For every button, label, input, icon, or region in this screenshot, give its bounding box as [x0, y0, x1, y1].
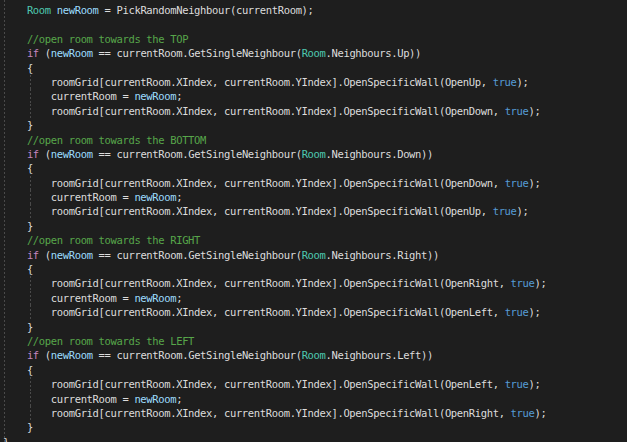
code-editor[interactable]: Room newRoom = PickRandomNeighbour(curre… [0, 0, 627, 442]
code-token: } [3, 220, 33, 232]
code-token: ); [529, 105, 541, 117]
code-token: ( [39, 148, 51, 160]
code-line: //open room towards the RIGHT [3, 233, 627, 247]
code-token: } [3, 436, 9, 442]
code-line: roomGrid[currentRoom.XIndex, currentRoom… [3, 176, 627, 190]
code-token [3, 134, 27, 146]
code-token: ); [534, 407, 546, 419]
code-token [3, 47, 27, 59]
code-token: newRoom [134, 393, 176, 405]
code-line: { [3, 262, 627, 276]
code-token: Room [302, 249, 326, 261]
code-token: roomGrid[currentRoom.XIndex, currentRoom… [3, 177, 505, 189]
code-token: ); [517, 205, 529, 217]
code-token: true [511, 277, 535, 289]
code-line: //open room towards the LEFT [3, 334, 627, 348]
code-token: roomGrid[currentRoom.XIndex, currentRoom… [3, 306, 505, 318]
code-token: newRoom [51, 249, 93, 261]
code-token: { [3, 62, 33, 74]
code-token: ( [39, 249, 51, 261]
code-token [3, 33, 27, 45]
code-token: currentRoom = [3, 191, 134, 203]
code-token: newRoom [134, 292, 176, 304]
code-token: roomGrid[currentRoom.XIndex, currentRoom… [3, 105, 505, 117]
code-line: currentRoom = newRoom; [3, 190, 627, 204]
code-line: //open room towards the TOP [3, 32, 627, 46]
code-token: true [505, 306, 529, 318]
code-token: true [511, 407, 535, 419]
code-token: //open room towards the BOTTOM [27, 134, 206, 146]
code-token: //open room towards the RIGHT [27, 234, 200, 246]
code-token: roomGrid[currentRoom.XIndex, currentRoom… [3, 378, 505, 390]
code-token: } [3, 119, 33, 131]
code-token [3, 335, 27, 347]
code-token: } [3, 321, 33, 333]
code-token [3, 249, 27, 261]
code-token: currentRoom = [3, 393, 134, 405]
code-token: currentRoom = [3, 292, 134, 304]
code-token: .Neighbours.Down)) [326, 148, 434, 160]
code-line [3, 17, 627, 31]
code-token: ( [39, 47, 51, 59]
code-line: roomGrid[currentRoom.XIndex, currentRoom… [3, 75, 627, 89]
code-token: .Neighbours.Up)) [326, 47, 422, 59]
code-token: ); [529, 177, 541, 189]
code-line: roomGrid[currentRoom.XIndex, currentRoom… [3, 406, 627, 420]
code-token: == currentRoom.GetSingleNeighbour( [93, 148, 302, 160]
code-line: currentRoom = newRoom; [3, 89, 627, 103]
code-line: if (newRoom == currentRoom.GetSingleNeig… [3, 348, 627, 362]
code-token: newRoom [134, 90, 176, 102]
code-token: Room [302, 148, 326, 160]
code-line: } [3, 118, 627, 132]
code-token: newRoom [51, 148, 93, 160]
code-token: true [493, 205, 517, 217]
code-token: ); [517, 76, 529, 88]
code-token: ); [534, 277, 546, 289]
code-line: currentRoom = newRoom; [3, 392, 627, 406]
code-token: newRoom [57, 4, 99, 16]
code-token: newRoom [51, 349, 93, 361]
code-token: true [505, 105, 529, 117]
code-token: ; [176, 191, 182, 203]
code-token: true [493, 76, 517, 88]
code-token: == currentRoom.GetSingleNeighbour( [93, 249, 302, 261]
code-token: if [27, 249, 39, 261]
code-line: { [3, 161, 627, 175]
code-line: roomGrid[currentRoom.XIndex, currentRoom… [3, 276, 627, 290]
code-token: == currentRoom.GetSingleNeighbour( [93, 349, 302, 361]
code-token [3, 349, 27, 361]
code-line: } [3, 219, 627, 233]
code-token: newRoom [134, 191, 176, 203]
code-token: .Neighbours.Left)) [326, 349, 434, 361]
code-line: roomGrid[currentRoom.XIndex, currentRoom… [3, 377, 627, 391]
code-token: if [27, 349, 39, 361]
code-token: true [505, 177, 529, 189]
code-line: if (newRoom == currentRoom.GetSingleNeig… [3, 46, 627, 60]
code-line: } [3, 420, 627, 434]
code-token: roomGrid[currentRoom.XIndex, currentRoom… [3, 407, 511, 419]
code-token: .Neighbours.Right)) [326, 249, 439, 261]
code-token: if [27, 148, 39, 160]
code-line: } [3, 435, 627, 442]
code-line: currentRoom = newRoom; [3, 291, 627, 305]
code-area: Room newRoom = PickRandomNeighbour(curre… [0, 0, 627, 442]
code-token: { [3, 162, 33, 174]
code-line: roomGrid[currentRoom.XIndex, currentRoom… [3, 204, 627, 218]
code-token: if [27, 47, 39, 59]
code-token [3, 4, 27, 16]
code-line: //open room towards the BOTTOM [3, 133, 627, 147]
code-token: true [505, 378, 529, 390]
code-line: { [3, 363, 627, 377]
code-token: currentRoom = [3, 90, 134, 102]
code-token: //open room towards the TOP [27, 33, 188, 45]
code-line: Room newRoom = PickRandomNeighbour(curre… [3, 3, 627, 17]
code-token: ; [176, 292, 182, 304]
code-token: { [3, 263, 33, 275]
code-token: == currentRoom.GetSingleNeighbour( [93, 47, 302, 59]
code-line: if (newRoom == currentRoom.GetSingleNeig… [3, 248, 627, 262]
code-token: ; [176, 393, 182, 405]
code-token: } [3, 421, 33, 433]
code-token: ); [529, 306, 541, 318]
code-token: roomGrid[currentRoom.XIndex, currentRoom… [3, 76, 493, 88]
code-line: if (newRoom == currentRoom.GetSingleNeig… [3, 147, 627, 161]
